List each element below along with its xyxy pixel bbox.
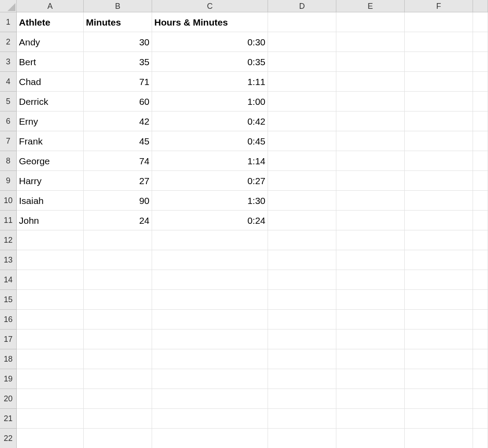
cell-B17[interactable] [84,330,152,349]
cell-A22[interactable] [17,429,84,448]
cell-B2[interactable]: 30 [84,32,152,52]
cell-B1[interactable]: Minutes [84,12,152,32]
cell-G4[interactable] [473,72,488,92]
column-header-A[interactable]: A [17,0,84,12]
cell-G16[interactable] [473,310,488,330]
cell-F11[interactable] [405,211,473,230]
cell-A3[interactable]: Bert [17,52,84,72]
cell-G3[interactable] [473,52,488,72]
cell-D17[interactable] [268,330,336,349]
cell-A7[interactable]: Frank [17,131,84,151]
cell-F16[interactable] [405,310,473,330]
cell-E9[interactable] [336,171,405,191]
cell-B8[interactable]: 74 [84,151,152,171]
row-header-17[interactable]: 17 [0,330,17,349]
cell-F2[interactable] [405,32,473,52]
cell-D3[interactable] [268,52,336,72]
cell-F1[interactable] [405,12,473,32]
cell-E11[interactable] [336,211,405,230]
cell-A1[interactable]: Athlete [17,12,84,32]
cell-F19[interactable] [405,369,473,389]
cell-F21[interactable] [405,409,473,429]
cell-D10[interactable] [268,191,336,211]
cell-D12[interactable] [268,230,336,250]
cell-D4[interactable] [268,72,336,92]
cell-G8[interactable] [473,151,488,171]
cell-F6[interactable] [405,111,473,131]
cell-A6[interactable]: Erny [17,111,84,131]
cell-E4[interactable] [336,72,405,92]
cell-E13[interactable] [336,250,405,270]
cell-F7[interactable] [405,131,473,151]
cell-C2[interactable]: 0:30 [152,32,268,52]
row-header-1[interactable]: 1 [0,12,17,32]
cell-G12[interactable] [473,230,488,250]
cell-F5[interactable] [405,92,473,111]
cell-G21[interactable] [473,409,488,429]
cell-C16[interactable] [152,310,268,330]
cell-B9[interactable]: 27 [84,171,152,191]
cell-D6[interactable] [268,111,336,131]
cell-C4[interactable]: 1:11 [152,72,268,92]
cell-E5[interactable] [336,92,405,111]
cell-C14[interactable] [152,270,268,290]
cell-B22[interactable] [84,429,152,448]
row-header-19[interactable]: 19 [0,369,17,389]
cell-B7[interactable]: 45 [84,131,152,151]
cell-A8[interactable]: George [17,151,84,171]
cell-F12[interactable] [405,230,473,250]
cell-D13[interactable] [268,250,336,270]
cell-C20[interactable] [152,389,268,409]
row-header-15[interactable]: 15 [0,290,17,310]
cell-C13[interactable] [152,250,268,270]
cell-A10[interactable]: Isaiah [17,191,84,211]
cell-E20[interactable] [336,389,405,409]
cell-D18[interactable] [268,349,336,369]
row-header-7[interactable]: 7 [0,131,17,151]
cell-A13[interactable] [17,250,84,270]
cell-E12[interactable] [336,230,405,250]
cell-G18[interactable] [473,349,488,369]
cell-B19[interactable] [84,369,152,389]
cell-B3[interactable]: 35 [84,52,152,72]
row-header-6[interactable]: 6 [0,111,17,131]
cell-D1[interactable] [268,12,336,32]
row-header-5[interactable]: 5 [0,92,17,111]
cell-G20[interactable] [473,389,488,409]
cell-C10[interactable]: 1:30 [152,191,268,211]
column-header-E[interactable]: E [336,0,405,12]
cell-F9[interactable] [405,171,473,191]
cell-A5[interactable]: Derrick [17,92,84,111]
cell-C22[interactable] [152,429,268,448]
cell-B15[interactable] [84,290,152,310]
cell-F15[interactable] [405,290,473,310]
cell-F13[interactable] [405,250,473,270]
cell-G17[interactable] [473,330,488,349]
cell-E21[interactable] [336,409,405,429]
cell-C12[interactable] [152,230,268,250]
cell-E3[interactable] [336,52,405,72]
row-header-14[interactable]: 14 [0,270,17,290]
cell-D11[interactable] [268,211,336,230]
cell-D9[interactable] [268,171,336,191]
cell-C21[interactable] [152,409,268,429]
row-header-16[interactable]: 16 [0,310,17,330]
cell-C7[interactable]: 0:45 [152,131,268,151]
cell-G13[interactable] [473,250,488,270]
cell-C1[interactable]: Hours & Minutes [152,12,268,32]
cell-B16[interactable] [84,310,152,330]
cell-B11[interactable]: 24 [84,211,152,230]
cell-D2[interactable] [268,32,336,52]
row-header-12[interactable]: 12 [0,230,17,250]
row-header-21[interactable]: 21 [0,409,17,429]
column-header-F[interactable]: F [405,0,473,12]
cell-A18[interactable] [17,349,84,369]
row-header-3[interactable]: 3 [0,52,17,72]
cell-A21[interactable] [17,409,84,429]
cell-D5[interactable] [268,92,336,111]
cell-D15[interactable] [268,290,336,310]
cell-E19[interactable] [336,369,405,389]
column-header-B[interactable]: B [84,0,152,12]
row-header-10[interactable]: 10 [0,191,17,211]
cell-G22[interactable] [473,429,488,448]
